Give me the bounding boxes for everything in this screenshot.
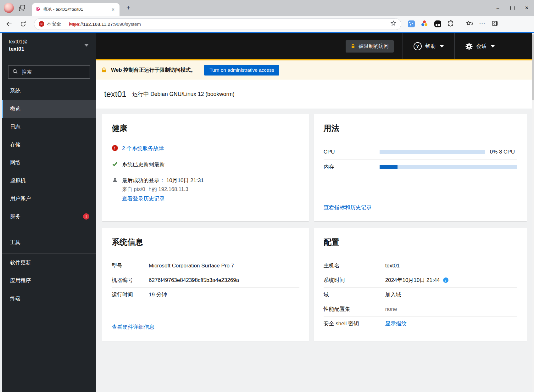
collections-icon[interactable]	[466, 20, 473, 28]
cockpit-page: text01@ text01 系统 概览 日志	[0, 32, 534, 392]
back-icon[interactable]	[4, 19, 14, 29]
lock-icon	[351, 44, 355, 49]
window-minimize-button[interactable]: –	[491, 2, 505, 14]
settings-menu-icon[interactable]: ···	[479, 21, 486, 27]
maximize-icon	[510, 6, 515, 10]
host-switcher[interactable]: text01@ text01	[2, 33, 96, 59]
address-bar[interactable]: ✕ 不安全 https://192.168.11.27:9090/system	[34, 18, 401, 30]
extension-black-icon[interactable]	[434, 20, 441, 27]
ssh-keys-row: 安全 shell 密钥 显示指纹	[324, 316, 517, 331]
refresh-icon[interactable]	[18, 19, 28, 29]
config-card-title: 配置	[324, 237, 517, 247]
restricted-mode-banner: Web 控制台正运行于限制访问模式。 Turn on administrativ…	[96, 59, 532, 80]
sidebar-search[interactable]	[8, 65, 90, 79]
sidebar-item-system[interactable]: 系统	[2, 82, 96, 100]
favorite-star-icon[interactable]	[390, 20, 397, 28]
chevron-down-icon	[84, 44, 89, 47]
last-login-line: 最后成功的登录： 10月10日 21:31	[122, 177, 204, 183]
lock-icon	[101, 67, 107, 73]
gear-icon	[465, 43, 473, 50]
sidebar-item-services[interactable]: 服务 !	[2, 207, 96, 225]
last-login-from: 来自 pts/0 上的 192.168.11.3	[122, 186, 204, 193]
system-updated-label: 系统已更新到最新	[122, 161, 165, 168]
restricted-access-button[interactable]: 被限制的访问	[346, 40, 394, 53]
machine-id-row: 机器编号 6276f49763e842398cff5b3a4e23269a	[112, 273, 299, 288]
session-label: 会话	[476, 43, 487, 50]
metrics-history-link[interactable]: 查看指标和历史记录	[324, 204, 517, 211]
scrollbar-thumb[interactable]	[532, 34, 534, 100]
hardware-details-link[interactable]: 查看硬件详细信息	[112, 323, 299, 331]
turn-on-admin-access-button[interactable]: Turn on administrative access	[204, 65, 279, 76]
performance-profile-row: 性能配置集 none	[324, 302, 517, 316]
main-area: 被限制的访问 ? 帮助	[96, 33, 532, 392]
extension-colorful-icon[interactable]	[421, 20, 428, 28]
url-scheme-separator: ://	[79, 21, 83, 27]
url-protocol: https	[69, 21, 79, 27]
host-user-label: text01@	[9, 38, 89, 45]
sidebar-item-overview[interactable]: 概览	[2, 100, 96, 118]
last-login-row: 最后成功的登录： 10月10日 21:31 来自 pts/0 上的 192.16…	[112, 177, 299, 202]
failed-services-row: ! 2 个系统服务故障	[112, 145, 299, 152]
tab-close-icon[interactable]: ✕	[110, 7, 116, 13]
browser-toolbar: ✕ 不安全 https://192.168.11.27:9090/system	[0, 16, 534, 32]
sidebar-item-virtual-machines[interactable]: 虚拟机	[2, 171, 96, 189]
browser-profile-avatar[interactable]	[4, 3, 14, 13]
cpu-label: CPU	[324, 149, 380, 155]
last-login-label: 最后成功的登录：	[122, 177, 165, 183]
failed-services-link[interactable]: 2 个系统服务故障	[122, 145, 164, 152]
page-title-hostname: text01	[104, 89, 126, 99]
tab-title: 概览 - text01@text01	[43, 7, 110, 12]
page-scrollbar[interactable]	[532, 33, 534, 392]
config-card: 配置 主机名 text01 系统时间 2024年10月10日 21:44 i 域	[314, 228, 527, 341]
url-separator	[65, 21, 65, 27]
url-text[interactable]: https://192.168.11.27:9090/system	[69, 21, 141, 27]
os-status-label: 运行中 Debian GNU/Linux 12 (bookworm)	[132, 90, 235, 98]
chevron-down-icon	[491, 45, 495, 48]
system-info-card: 系统信息 型号 Microsoft Corporation Surface Pr…	[102, 228, 309, 341]
new-tab-button[interactable]: +	[124, 3, 133, 12]
help-icon: ?	[414, 42, 422, 50]
sidebar-item-applications[interactable]: 应用程序	[2, 272, 96, 289]
window-maximize-button[interactable]	[505, 2, 520, 14]
join-domain-action[interactable]: 加入域	[385, 291, 401, 298]
extensions-puzzle-icon[interactable]	[447, 20, 454, 28]
cpu-usage-row: CPU 0% 8 CPU	[324, 145, 517, 160]
check-icon	[112, 161, 118, 167]
tab-actions-icon[interactable]	[18, 4, 26, 13]
memory-progress-track	[380, 165, 517, 169]
sidebar-item-software-updates[interactable]: 软件更新	[2, 254, 96, 272]
page-header: text01 运行中 Debian GNU/Linux 12 (bookworm…	[96, 80, 532, 109]
not-secure-label[interactable]: 不安全	[47, 21, 61, 27]
usage-card: 用法 CPU 0% 8 CPU 内存	[314, 114, 527, 221]
not-secure-icon: ✕	[39, 21, 44, 27]
browser-tabstrip: 概览 - text01@text01 ✕ + – ✕	[0, 0, 534, 16]
show-fingerprints-link[interactable]: 显示指纹	[385, 320, 407, 327]
health-card-title: 健康	[112, 123, 299, 133]
overview-content: 健康 ! 2 个系统服务故障 系统已更新到最新	[96, 109, 532, 392]
window-controls: – ✕	[491, 0, 534, 16]
login-history-link[interactable]: 查看登录历史记录	[122, 196, 165, 202]
uptime-row: 运行时间 19 分钟	[112, 288, 299, 302]
sidebar-panel-icon[interactable]	[492, 20, 498, 28]
session-menu[interactable]: 会话	[455, 33, 532, 59]
extension-blue-icon[interactable]	[408, 20, 415, 27]
info-icon[interactable]: i	[443, 277, 448, 283]
sidebar-item-network[interactable]: 网络	[2, 154, 96, 171]
sidebar-item-logs[interactable]: 日志	[2, 118, 96, 136]
browser-tab[interactable]: 概览 - text01@text01 ✕	[32, 3, 120, 16]
cpu-usage-value: 0% 8 CPU	[490, 149, 515, 155]
system-time-value[interactable]: 2024年10月10日 21:44	[385, 277, 440, 284]
last-login-block: 最后成功的登录： 10月10日 21:31 来自 pts/0 上的 192.16…	[122, 177, 204, 202]
help-menu[interactable]: ? 帮助	[403, 33, 454, 59]
model-row: 型号 Microsoft Corporation Surface Pro 7	[112, 259, 299, 273]
sidebar-item-storage[interactable]: 存储	[2, 136, 96, 154]
exclamation-circle-icon: !	[112, 145, 118, 151]
health-card: 健康 ! 2 个系统服务故障 系统已更新到最新	[102, 114, 309, 221]
system-info-card-title: 系统信息	[112, 237, 299, 247]
restricted-access-label: 被限制的访问	[359, 43, 389, 50]
window-close-button[interactable]: ✕	[520, 2, 534, 14]
search-input[interactable]	[21, 69, 86, 75]
sidebar-item-terminal[interactable]: 终端	[2, 289, 96, 307]
sidebar-item-accounts[interactable]: 用户账户	[2, 189, 96, 207]
help-label: 帮助	[425, 43, 436, 50]
